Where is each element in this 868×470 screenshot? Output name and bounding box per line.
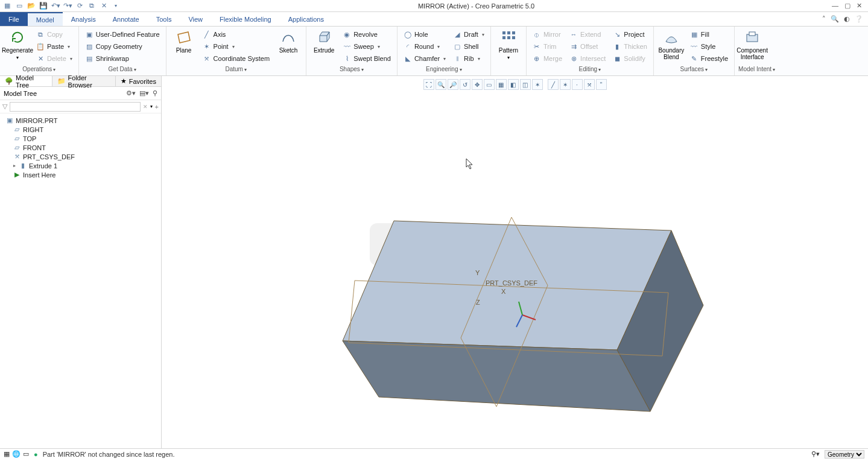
delete-button[interactable]: ✕Delete▾ [34,53,75,64]
graphics-area[interactable]: ⛶ 🔍 🔎 ↺ ✥ ▭ ▦ ◧ ◫ ✶ ╱ ✶ · ⤧ " anxz.com [162,76,868,448]
pattern-button[interactable]: Pattern ▾ [495,28,522,60]
windows-icon[interactable]: ⧉ [87,1,97,11]
tab-view[interactable]: View [180,12,211,26]
qat-dropdown-icon[interactable]: ▾ [111,1,121,11]
collapse-ribbon-icon[interactable]: ˄ [822,15,826,23]
community-icon[interactable]: ◐ [844,15,850,23]
point-button[interactable]: ✶Point▾ [200,41,273,52]
extrude-button[interactable]: Extrude [310,28,338,54]
viewport[interactable]: anxz.com PRT_CSYS_DEF Y X [162,91,868,448]
shrinkwrap-button[interactable]: ▤Shrinkwrap [83,53,162,64]
add-search-icon[interactable]: + [155,103,159,110]
rib-button[interactable]: ⦀Rib▾ [451,53,487,64]
datum-csys-toggle-icon[interactable]: ⤧ [584,79,595,90]
revolve-button[interactable]: ◉Revolve [340,29,393,40]
group-model-intent-label[interactable]: Model Intent [738,66,775,75]
status-box-icon[interactable]: ▭ [23,450,29,458]
tab-annotate[interactable]: Annotate [104,12,148,26]
group-editing-label[interactable]: Editing [530,66,650,75]
tree-search-input[interactable] [10,102,141,112]
open-icon[interactable]: 📂 [27,1,36,11]
tree-item-front[interactable]: ▱FRONT [0,143,161,152]
sketch-button[interactable]: Sketch [274,28,302,54]
status-browser-icon[interactable]: 🌐 [12,450,21,458]
group-shapes-label[interactable]: Shapes [310,66,393,75]
search-dropdown-icon[interactable]: ▾ [150,104,153,109]
offset-button[interactable]: ⇉Offset [567,41,608,52]
tab-model[interactable]: Model [28,12,63,26]
solidify-button[interactable]: ◼Solidify [610,53,650,64]
tab-analysis[interactable]: Analysis [63,12,104,26]
annot-toggle-icon[interactable]: " [596,79,607,90]
clear-search-icon[interactable]: ✕ [143,104,148,110]
tab-tools[interactable]: Tools [148,12,180,26]
project-button[interactable]: ↘Project [610,29,650,40]
search-help-icon[interactable]: 🔍 [831,15,839,23]
user-defined-feature-button[interactable]: ▣User-Defined Feature [83,29,162,40]
nav-tab-favorites[interactable]: ★Favorites [116,76,162,86]
tree-filter-icon[interactable]: ⚲ [153,89,157,97]
group-datum-label[interactable]: Datum [170,66,303,75]
tree-item-right[interactable]: ▱RIGHT [0,125,161,134]
tree-item-csys[interactable]: ⤧PRT_CSYS_DEF [0,152,161,161]
expand-icon[interactable]: ▸ [13,163,16,168]
minimize-button[interactable]: — [832,2,838,10]
status-grid-icon[interactable]: ▦ [4,450,10,458]
swept-blend-button[interactable]: ⌇Swept Blend [340,53,393,64]
chamfer-button[interactable]: ◣Chamfer▾ [401,53,448,64]
datum-axis-toggle-icon[interactable]: ✶ [560,79,571,90]
undo-icon[interactable]: ↶▾ [51,1,60,11]
saved-orient-icon[interactable]: ▦ [496,79,507,90]
tab-file[interactable]: File [0,12,28,26]
zoom-out-icon[interactable]: 🔎 [448,79,458,90]
group-surfaces-label[interactable]: Surfaces [657,66,730,75]
display-style-icon[interactable]: ◧ [508,79,519,90]
tab-flex[interactable]: Flexible Modeling [211,12,280,26]
perspective-icon[interactable]: ◫ [520,79,531,90]
spin-icon[interactable]: ✥ [472,79,483,90]
thicken-button[interactable]: ▮Thicken [610,41,650,52]
mirror-button[interactable]: ⦶Mirror [530,29,565,40]
maximize-button[interactable]: ▢ [844,2,851,10]
tree-item-top[interactable]: ▱TOP [0,134,161,143]
regenerate-button[interactable]: Regenerate ▾ [4,28,31,60]
tree-root[interactable]: ▣MIRROR.PRT [0,116,161,125]
annot-display-icon[interactable]: ✶ [532,79,543,90]
group-engineering-label[interactable]: Engineering [401,66,487,75]
coord-system-button[interactable]: ⤧Coordinate System [200,53,273,64]
refit-icon[interactable]: ⛶ [423,79,434,90]
nav-tab-folder-browser[interactable]: 📁Folder Browser [52,76,116,86]
trim-button[interactable]: ✂Trim [530,41,565,52]
freestyle-button[interactable]: ✎Freestyle [688,53,730,64]
model-block[interactable]: PRT_CSYS_DEF Y X Z [343,217,703,411]
plane-button[interactable]: Plane [170,28,198,54]
nav-tab-model-tree[interactable]: 🌳Model Tree [0,76,52,86]
tree-item-extrude[interactable]: ▸▮Extrude 1 [0,161,161,170]
fill-button[interactable]: ▦Fill [688,29,730,40]
zoom-in-icon[interactable]: 🔍 [436,79,446,90]
sweep-button[interactable]: 〰Sweep▾ [340,41,393,52]
datum-point-toggle-icon[interactable]: · [572,79,583,90]
paste-button[interactable]: 📋Paste▾ [34,41,75,52]
selection-filter-select[interactable]: Geometry [825,450,864,459]
copy-button[interactable]: ⧉Copy [34,29,75,40]
boundary-blend-button[interactable]: Boundary Blend [657,28,685,60]
redo-icon[interactable]: ↷▾ [63,1,72,11]
axis-button[interactable]: ╱Axis [200,29,273,40]
copy-geometry-button[interactable]: ▨Copy Geometry [83,41,162,52]
intersect-button[interactable]: ⊗Intersect [567,53,608,64]
component-interface-button[interactable]: Component Interface [738,28,766,60]
round-button[interactable]: ◜Round▾ [401,41,448,52]
style-button[interactable]: 〰Style [688,41,730,52]
search-filter-icon[interactable]: ▽ [2,103,7,110]
tab-apps[interactable]: Applications [280,12,332,26]
shell-button[interactable]: ▢Shell [451,41,487,52]
merge-button[interactable]: ⊕Merge [530,53,565,64]
close-window-icon[interactable]: ✕ [99,1,109,11]
help-icon[interactable]: ❔ [855,15,863,23]
draft-button[interactable]: ◢Draft▾ [451,29,487,40]
repaint-icon[interactable]: ↺ [460,79,470,90]
tree-item-insert-here[interactable]: ▶Insert Here [0,170,161,179]
datum-plane-toggle-icon[interactable]: ╱ [548,79,559,90]
save-icon[interactable]: 💾 [39,1,48,11]
